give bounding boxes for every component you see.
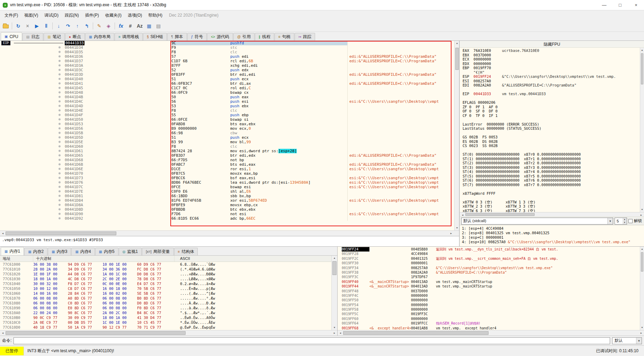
registers-vertical-scrollbar[interactable]: ▲ ▼ bbox=[640, 48, 644, 212]
tab-内存1[interactable]: ▦内存1 bbox=[1, 247, 24, 255]
scroll-down-icon[interactable]: ▼ bbox=[455, 226, 459, 230]
tab-SEH链[interactable]: §SEH链 bbox=[143, 33, 167, 40]
log-icon[interactable]: ▤ bbox=[154, 21, 163, 30]
tab-局部变量[interactable]: [x=]局部变量 bbox=[142, 248, 173, 255]
tab-笔记[interactable]: ▥笔记 bbox=[44, 33, 64, 40]
register-line[interactable]: x87TagWord FFFF bbox=[463, 191, 640, 196]
stack-row[interactable]: 0019FF284CC49084 bbox=[338, 252, 640, 256]
dump-row[interactable]: 77C610201E 00 1F 00A4 D8 C6 771A 00 1C 0… bbox=[0, 272, 331, 276]
disasm-row[interactable]: 00441D5D51push ecx bbox=[0, 135, 454, 140]
scroll-right-icon[interactable]: ► bbox=[332, 330, 337, 336]
register-line[interactable]: OF 0 SF 0 DF 0 bbox=[463, 109, 640, 113]
register-line[interactable]: ZF 0 PF 1 AF 0 bbox=[463, 105, 640, 109]
scroll-right-icon[interactable]: ► bbox=[638, 330, 644, 336]
register-line[interactable]: ST(0) 00000000000000000000 x87r0 0.00000… bbox=[463, 152, 640, 157]
stack-row[interactable]: 0019FF40<&__mainCRTStartup>004013ADvm te… bbox=[338, 280, 640, 284]
disasm-row[interactable]: 00441D90F7D6not esiesi:&"C:\\Users\\sang… bbox=[0, 212, 454, 216]
register-line[interactable]: EBP 0019FF70 bbox=[463, 66, 640, 70]
disasm-row[interactable]: 00441D3C52push edx bbox=[0, 68, 454, 72]
register-line[interactable]: ST(1) 00000000000000000000 x87r1 0.00000… bbox=[463, 157, 640, 161]
disasm-row[interactable]: 00441D530FABD8bts eax,ebx bbox=[0, 122, 454, 126]
stack-row[interactable]: 0019FF5C0019FF3C bbox=[338, 312, 640, 316]
chevron-down-icon[interactable]: ▼ bbox=[607, 218, 613, 224]
scroll-track[interactable] bbox=[343, 330, 638, 336]
pause-icon[interactable]: ‖ bbox=[42, 21, 51, 30]
disasm-row[interactable]: 00441D650FB3D7btr edi,edxedi:&"ALLUSERSP… bbox=[0, 153, 454, 158]
registers-horizontal-scrollbar[interactable]: ◄ ► bbox=[460, 212, 644, 217]
hash-icon[interactable]: # bbox=[126, 21, 135, 30]
disasm-vertical-scrollbar[interactable]: ▲ ▼ bbox=[454, 41, 459, 230]
stack-row[interactable]: 0019FF3C1F97DF67 bbox=[338, 275, 640, 279]
register-line[interactable]: ST(5) 00000000000000000000 x87r5 0.00000… bbox=[463, 174, 640, 179]
disasm-row[interactable]: 00441D4051push ecx bbox=[0, 77, 454, 81]
disasm-row[interactable]: 00441D60F8clc bbox=[0, 144, 454, 149]
scroll-up-icon[interactable]: ▲ bbox=[640, 48, 644, 53]
menu-item[interactable]: 调试(D) bbox=[41, 11, 62, 19]
functions-icon[interactable]: fx bbox=[117, 21, 125, 30]
dump-row[interactable]: 77C610B090 0C C9 7730 09 C9 7718 00 1A 0… bbox=[0, 315, 331, 320]
stack-row[interactable]: 0019FF480037D000 bbox=[338, 289, 640, 293]
disasm-row[interactable]: 00441D3A87FFxchg edi,edi bbox=[0, 63, 454, 68]
stop-icon[interactable]: × bbox=[23, 21, 32, 30]
scroll-thumb[interactable] bbox=[6, 231, 116, 235]
stack-vertical-scrollbar[interactable]: ▲ ▼ bbox=[640, 247, 644, 330]
disasm-horizontal-scrollbar[interactable]: ◄ ► bbox=[0, 230, 454, 236]
register-line[interactable]: ES 002B DS 002B bbox=[463, 139, 640, 144]
tab-引用[interactable]: @引用 bbox=[233, 33, 254, 40]
command-input[interactable] bbox=[14, 337, 610, 344]
argument-count-spinner[interactable]: 5 ▲▼ bbox=[615, 218, 627, 225]
register-line[interactable]: ESI 008257A0 bbox=[463, 79, 640, 83]
scroll-up-icon[interactable]: ▲ bbox=[640, 247, 644, 252]
run-icon[interactable]: ▶ bbox=[33, 21, 41, 30]
checkbox-icon[interactable] bbox=[628, 219, 633, 223]
dump-row[interactable]: 77C6108006 00 08 00C0 8D C6 7706 00 08 0… bbox=[0, 301, 331, 305]
scroll-left-icon[interactable]: ◄ bbox=[338, 330, 343, 336]
tab-内存2[interactable]: ▦内存2 bbox=[24, 248, 47, 255]
register-line[interactable]: ESP 0019FF24 &"C:\\Users\\sangfor\\Deskt… bbox=[463, 74, 640, 79]
tab-内存3[interactable]: ▦内存3 bbox=[48, 248, 71, 255]
scroll-left-icon[interactable]: ◄ bbox=[0, 330, 6, 336]
disasm-row[interactable]: 00441D5B66:98cbw bbox=[0, 131, 454, 135]
dump-row[interactable]: 77C6107006 00 08 00A0 8D C6 7706 00 08 0… bbox=[0, 296, 331, 301]
register-line[interactable]: EDI 0082A2A0 &"ALLUSERSPROFILE=C:\\Progr… bbox=[463, 83, 640, 88]
menu-item[interactable]: 选项(O) bbox=[125, 11, 145, 19]
dump-vertical-scrollbar[interactable]: ▲ ▼ bbox=[331, 256, 337, 330]
calling-convention-select[interactable]: 默认 (stdcall) ▼ bbox=[461, 218, 613, 225]
hide-fpu-button[interactable]: 隐藏FPU bbox=[460, 41, 644, 48]
register-line[interactable]: ST(6) 00000000000000000000 x87r6 0.00000… bbox=[463, 178, 640, 183]
assemble-pencil-icon[interactable]: ✎ bbox=[95, 21, 104, 30]
disasm-row[interactable]: 00441D4EF8clc bbox=[0, 108, 454, 113]
menu-item[interactable]: 收藏夹(I) bbox=[102, 11, 125, 19]
scroll-track[interactable] bbox=[640, 252, 644, 325]
tab-监视1[interactable]: ◎监视1 bbox=[119, 248, 142, 255]
dump-row[interactable]: 77C610D040 18 C9 7750 1A C9 7790 12 C9 7… bbox=[0, 325, 331, 330]
disasm-row[interactable]: 00441D7EC0F0 E6shl al,E6 bbox=[0, 189, 454, 194]
close-button[interactable]: × bbox=[628, 0, 644, 10]
register-line[interactable] bbox=[463, 96, 640, 101]
menu-item[interactable]: 插件(P) bbox=[82, 11, 102, 19]
register-line[interactable] bbox=[463, 187, 640, 191]
dump-row[interactable]: 77C6109006 00 08 00E0 8D C6 7706 00 08 0… bbox=[0, 305, 331, 310]
register-line[interactable]: LastStatus 00000000 (STATUS_SUCCESS) bbox=[463, 126, 640, 131]
disasm-row[interactable]: 00441D5EB3 99mov bl,99 bbox=[0, 140, 454, 144]
scroll-down-icon[interactable]: ▼ bbox=[332, 325, 337, 330]
scroll-track[interactable] bbox=[465, 212, 638, 217]
scroll-thumb[interactable] bbox=[343, 331, 489, 335]
stack-row[interactable]: 0019FF640019FFCC指向SEH_Record[1]的指针 bbox=[338, 321, 640, 326]
disasm-row[interactable]: 00441D618B7424 28mov esi,dword ptr ss:[e… bbox=[0, 149, 454, 153]
disasm-row[interactable]: 00441D45C1C7 0Crol edi,C bbox=[0, 86, 454, 90]
ascii-table-icon[interactable]: Az bbox=[135, 21, 144, 30]
scroll-left-icon[interactable]: ◄ bbox=[460, 212, 465, 217]
scroll-thumb[interactable] bbox=[332, 261, 337, 275]
register-line[interactable]: ST(4) 00000000000000000000 x87r4 0.00000… bbox=[463, 170, 640, 174]
register-line[interactable]: EIP 00441D33 vm test.vmp.00441D33 bbox=[463, 92, 640, 96]
scroll-track[interactable] bbox=[640, 53, 644, 207]
disasm-row[interactable]: 00441D4D53push ebx bbox=[0, 104, 454, 108]
stack-row[interactable]: 0019FF3000000001 bbox=[338, 261, 640, 265]
stack-row[interactable]: 0019FF5000000000 bbox=[338, 298, 640, 302]
run-to-return-icon[interactable]: ↰ bbox=[82, 21, 91, 30]
stack-horizontal-scrollbar[interactable]: ◄ ► bbox=[338, 330, 644, 336]
tab-结构体[interactable]: ≡结构体 bbox=[174, 248, 198, 255]
scroll-thumb[interactable] bbox=[641, 53, 643, 84]
tab-内存4[interactable]: ▦内存4 bbox=[71, 248, 95, 255]
